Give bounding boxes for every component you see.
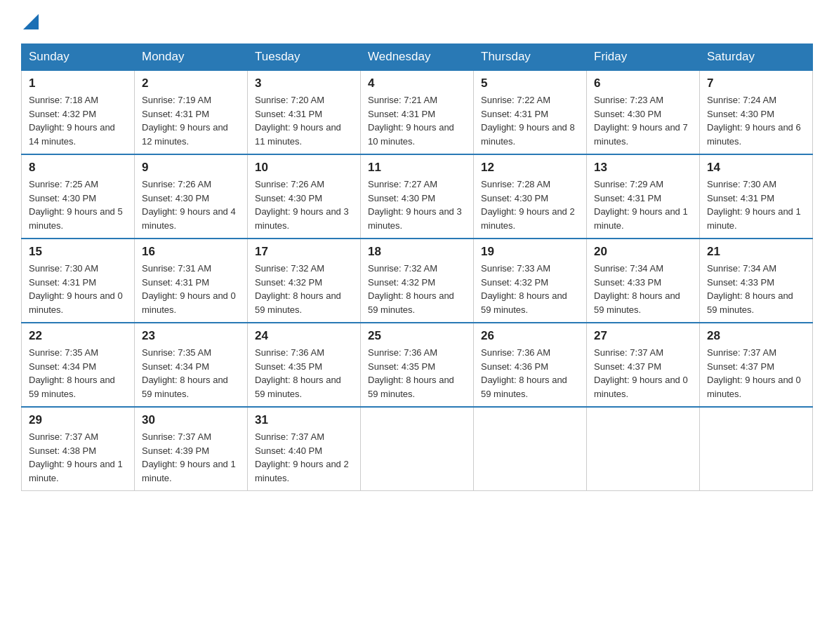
day-number: 11 xyxy=(368,161,466,175)
day-number: 31 xyxy=(255,413,353,427)
day-info: Sunrise: 7:35 AMSunset: 4:34 PMDaylight:… xyxy=(142,346,240,401)
day-info: Sunrise: 7:25 AMSunset: 4:30 PMDaylight:… xyxy=(29,177,127,232)
header-cell-monday: Monday xyxy=(135,44,248,71)
header-cell-saturday: Saturday xyxy=(700,44,813,71)
day-cell: 10Sunrise: 7:26 AMSunset: 4:30 PMDayligh… xyxy=(248,154,361,239)
day-number: 1 xyxy=(29,76,127,90)
day-cell: 22Sunrise: 7:35 AMSunset: 4:34 PMDayligh… xyxy=(22,323,135,407)
day-cell: 15Sunrise: 7:30 AMSunset: 4:31 PMDayligh… xyxy=(22,239,135,323)
day-info: Sunrise: 7:22 AMSunset: 4:31 PMDaylight:… xyxy=(481,93,579,148)
day-cell: 25Sunrise: 7:36 AMSunset: 4:35 PMDayligh… xyxy=(361,323,474,407)
day-info: Sunrise: 7:20 AMSunset: 4:31 PMDaylight:… xyxy=(255,93,353,148)
day-info: Sunrise: 7:24 AMSunset: 4:30 PMDaylight:… xyxy=(707,93,805,148)
day-info: Sunrise: 7:29 AMSunset: 4:31 PMDaylight:… xyxy=(594,177,692,232)
day-info: Sunrise: 7:32 AMSunset: 4:32 PMDaylight:… xyxy=(368,262,466,316)
day-cell: 31Sunrise: 7:37 AMSunset: 4:40 PMDayligh… xyxy=(248,407,361,491)
week-row-5: 29Sunrise: 7:37 AMSunset: 4:38 PMDayligh… xyxy=(22,407,813,491)
day-info: Sunrise: 7:36 AMSunset: 4:36 PMDaylight:… xyxy=(481,346,579,401)
week-row-2: 8Sunrise: 7:25 AMSunset: 4:30 PMDaylight… xyxy=(22,154,813,239)
header-cell-sunday: Sunday xyxy=(22,44,135,71)
day-info: Sunrise: 7:35 AMSunset: 4:34 PMDaylight:… xyxy=(29,346,127,401)
day-cell: 3Sunrise: 7:20 AMSunset: 4:31 PMDaylight… xyxy=(248,70,361,154)
header-row: SundayMondayTuesdayWednesdayThursdayFrid… xyxy=(22,44,813,71)
day-number: 18 xyxy=(368,245,466,259)
header-cell-tuesday: Tuesday xyxy=(248,44,361,71)
day-cell: 24Sunrise: 7:36 AMSunset: 4:35 PMDayligh… xyxy=(248,323,361,407)
calendar-header: SundayMondayTuesdayWednesdayThursdayFrid… xyxy=(22,44,813,71)
day-cell: 29Sunrise: 7:37 AMSunset: 4:38 PMDayligh… xyxy=(22,407,135,491)
day-cell: 16Sunrise: 7:31 AMSunset: 4:31 PMDayligh… xyxy=(135,239,248,323)
day-number: 16 xyxy=(142,245,240,259)
day-number: 17 xyxy=(255,245,353,259)
day-number: 25 xyxy=(368,329,466,343)
day-number: 28 xyxy=(707,329,805,343)
day-info: Sunrise: 7:31 AMSunset: 4:31 PMDaylight:… xyxy=(142,262,240,316)
day-cell: 23Sunrise: 7:35 AMSunset: 4:34 PMDayligh… xyxy=(135,323,248,407)
day-cell: 28Sunrise: 7:37 AMSunset: 4:37 PMDayligh… xyxy=(700,323,813,407)
day-info: Sunrise: 7:30 AMSunset: 4:31 PMDaylight:… xyxy=(29,262,127,316)
day-number: 8 xyxy=(29,161,127,175)
day-info: Sunrise: 7:21 AMSunset: 4:31 PMDaylight:… xyxy=(368,93,466,148)
day-cell: 14Sunrise: 7:30 AMSunset: 4:31 PMDayligh… xyxy=(700,154,813,239)
day-number: 2 xyxy=(142,76,240,90)
week-row-3: 15Sunrise: 7:30 AMSunset: 4:31 PMDayligh… xyxy=(22,239,813,323)
day-number: 13 xyxy=(594,161,692,175)
logo-triangle-icon xyxy=(23,14,39,29)
day-info: Sunrise: 7:34 AMSunset: 4:33 PMDaylight:… xyxy=(594,262,692,316)
day-number: 27 xyxy=(594,329,692,343)
day-cell: 5Sunrise: 7:22 AMSunset: 4:31 PMDaylight… xyxy=(474,70,587,154)
calendar-body: 1Sunrise: 7:18 AMSunset: 4:32 PMDaylight… xyxy=(22,70,813,491)
day-cell: 8Sunrise: 7:25 AMSunset: 4:30 PMDaylight… xyxy=(22,154,135,239)
day-number: 3 xyxy=(255,76,353,90)
day-cell: 21Sunrise: 7:34 AMSunset: 4:33 PMDayligh… xyxy=(700,239,813,323)
day-cell: 9Sunrise: 7:26 AMSunset: 4:30 PMDaylight… xyxy=(135,154,248,239)
day-number: 10 xyxy=(255,161,353,175)
day-number: 20 xyxy=(594,245,692,259)
day-number: 29 xyxy=(29,413,127,427)
day-info: Sunrise: 7:36 AMSunset: 4:35 PMDaylight:… xyxy=(368,346,466,401)
day-info: Sunrise: 7:23 AMSunset: 4:30 PMDaylight:… xyxy=(594,93,692,148)
day-cell: 11Sunrise: 7:27 AMSunset: 4:30 PMDayligh… xyxy=(361,154,474,239)
day-info: Sunrise: 7:37 AMSunset: 4:40 PMDaylight:… xyxy=(255,430,353,485)
day-number: 19 xyxy=(481,245,579,259)
day-number: 6 xyxy=(594,76,692,90)
day-info: Sunrise: 7:26 AMSunset: 4:30 PMDaylight:… xyxy=(142,177,240,232)
day-info: Sunrise: 7:18 AMSunset: 4:32 PMDaylight:… xyxy=(29,93,127,148)
day-cell: 18Sunrise: 7:32 AMSunset: 4:32 PMDayligh… xyxy=(361,239,474,323)
day-info: Sunrise: 7:27 AMSunset: 4:30 PMDaylight:… xyxy=(368,177,466,232)
day-info: Sunrise: 7:28 AMSunset: 4:30 PMDaylight:… xyxy=(481,177,579,232)
day-info: Sunrise: 7:26 AMSunset: 4:30 PMDaylight:… xyxy=(255,177,353,232)
day-number: 7 xyxy=(707,76,805,90)
day-cell: 7Sunrise: 7:24 AMSunset: 4:30 PMDaylight… xyxy=(700,70,813,154)
day-number: 5 xyxy=(481,76,579,90)
day-cell: 17Sunrise: 7:32 AMSunset: 4:32 PMDayligh… xyxy=(248,239,361,323)
day-cell: 26Sunrise: 7:36 AMSunset: 4:36 PMDayligh… xyxy=(474,323,587,407)
day-cell: 4Sunrise: 7:21 AMSunset: 4:31 PMDaylight… xyxy=(361,70,474,154)
day-info: Sunrise: 7:37 AMSunset: 4:39 PMDaylight:… xyxy=(142,430,240,485)
day-cell: 2Sunrise: 7:19 AMSunset: 4:31 PMDaylight… xyxy=(135,70,248,154)
day-cell: 27Sunrise: 7:37 AMSunset: 4:37 PMDayligh… xyxy=(587,323,700,407)
day-cell xyxy=(474,407,587,491)
day-cell: 6Sunrise: 7:23 AMSunset: 4:30 PMDaylight… xyxy=(587,70,700,154)
day-cell: 19Sunrise: 7:33 AMSunset: 4:32 PMDayligh… xyxy=(474,239,587,323)
day-number: 22 xyxy=(29,329,127,343)
day-cell xyxy=(361,407,474,491)
day-cell: 20Sunrise: 7:34 AMSunset: 4:33 PMDayligh… xyxy=(587,239,700,323)
day-info: Sunrise: 7:37 AMSunset: 4:37 PMDaylight:… xyxy=(707,346,805,401)
header-cell-friday: Friday xyxy=(587,44,700,71)
day-cell: 13Sunrise: 7:29 AMSunset: 4:31 PMDayligh… xyxy=(587,154,700,239)
header-cell-wednesday: Wednesday xyxy=(361,44,474,71)
day-cell: 1Sunrise: 7:18 AMSunset: 4:32 PMDaylight… xyxy=(22,70,135,154)
day-info: Sunrise: 7:37 AMSunset: 4:38 PMDaylight:… xyxy=(29,430,127,485)
day-number: 12 xyxy=(481,161,579,175)
day-number: 24 xyxy=(255,329,353,343)
day-info: Sunrise: 7:19 AMSunset: 4:31 PMDaylight:… xyxy=(142,93,240,148)
day-number: 15 xyxy=(29,245,127,259)
page-header xyxy=(21,14,813,29)
day-info: Sunrise: 7:37 AMSunset: 4:37 PMDaylight:… xyxy=(594,346,692,401)
day-cell: 12Sunrise: 7:28 AMSunset: 4:30 PMDayligh… xyxy=(474,154,587,239)
header-cell-thursday: Thursday xyxy=(474,44,587,71)
day-cell: 30Sunrise: 7:37 AMSunset: 4:39 PMDayligh… xyxy=(135,407,248,491)
day-cell xyxy=(587,407,700,491)
day-number: 21 xyxy=(707,245,805,259)
